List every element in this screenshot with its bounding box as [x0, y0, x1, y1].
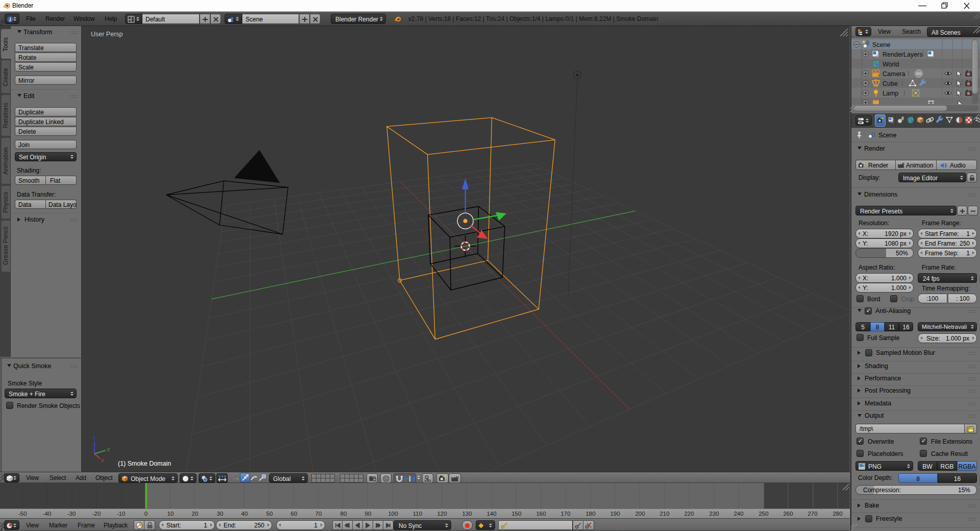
svg-text:User Persp: User Persp — [91, 31, 123, 38]
svg-text:x: x — [101, 457, 104, 463]
svg-text:z: z — [93, 434, 96, 440]
svg-text:(1) Smoke Domain: (1) Smoke Domain — [118, 460, 171, 467]
svg-text:y: y — [107, 446, 110, 452]
svg-text:RenderLayers: RenderLayers — [883, 51, 923, 58]
svg-text:Lamp: Lamp — [883, 90, 898, 97]
svg-text:i: i — [10, 17, 11, 22]
svg-text:World: World — [883, 61, 899, 68]
svg-text:Cube: Cube — [883, 80, 898, 87]
svg-text:Scene: Scene — [872, 41, 890, 49]
svg-text:Camera: Camera — [883, 70, 905, 78]
